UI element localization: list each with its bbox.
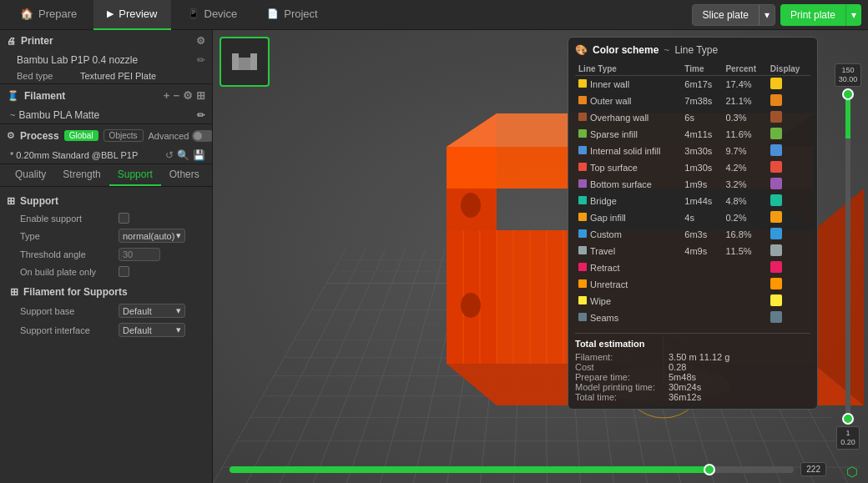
enable-support-checkbox[interactable] <box>119 213 129 224</box>
slider-thumb-top[interactable] <box>842 88 854 100</box>
tab-support[interactable]: Support <box>109 164 161 186</box>
color-cell-percent: 4.2% <box>722 159 766 176</box>
printer-settings-icon[interactable]: ⚙ <box>196 35 205 47</box>
profile-reset-icon[interactable]: ↺ <box>165 149 174 161</box>
progress-label: 222 <box>800 462 826 476</box>
display-square[interactable] <box>770 311 782 323</box>
badge-objects[interactable]: Objects <box>103 129 144 142</box>
display-square[interactable] <box>770 261 782 273</box>
filament-title: Filament <box>24 90 65 102</box>
tab-others[interactable]: Others <box>161 164 208 186</box>
color-cell-label: Bridge <box>575 193 681 209</box>
progress-track[interactable] <box>230 466 794 473</box>
tab-project[interactable]: 📄 Project <box>254 0 331 30</box>
topbar: 🏠 Prepare ▶ Preview 📱 Device 📄 Project S… <box>0 0 868 30</box>
slider-fill <box>845 88 850 425</box>
viewport[interactable]: 🎨 Color scheme ~ Line Type Line Type Tim… <box>213 30 868 483</box>
color-row-7: Bridge 1m44s 4.8% <box>575 193 810 209</box>
printer-section: 🖨 Printer ⚙ Bambu Lab P1P 0.4 nozzle ✏ B… <box>0 30 212 84</box>
color-cell-percent: 16.8% <box>722 226 766 243</box>
slice-button-arrow[interactable]: ▾ <box>760 5 775 25</box>
filament-grid-icon[interactable]: ⊞ <box>196 89 205 102</box>
filament-remove-icon[interactable]: − <box>173 89 179 102</box>
badge-global[interactable]: Global <box>64 130 98 141</box>
color-row-13: Wipe <box>575 293 810 309</box>
type-select[interactable]: normal(auto) ▾ <box>119 229 185 243</box>
thumbnail[interactable] <box>220 37 270 87</box>
col-display: Display <box>767 63 810 76</box>
color-cell-time <box>681 276 722 293</box>
color-panel-title: Color scheme <box>593 44 659 56</box>
display-square[interactable] <box>770 228 782 239</box>
print-button-arrow[interactable]: ▾ <box>846 4 861 26</box>
bottom-right-icon[interactable]: ⬡ <box>846 464 858 480</box>
tab-prepare[interactable]: 🏠 Prepare <box>7 0 90 30</box>
display-square[interactable] <box>770 144 782 156</box>
slider-track[interactable] <box>845 88 850 425</box>
color-row-11: Retract <box>575 259 810 276</box>
threshold-value: 30 <box>123 249 133 259</box>
total-value: 30m24s <box>669 382 701 392</box>
slice-button[interactable]: Slice plate ▾ <box>692 4 775 26</box>
threshold-input[interactable]: 30 <box>119 248 160 261</box>
advanced-switch[interactable] <box>192 130 213 142</box>
filament-settings-icon[interactable]: ⚙ <box>183 89 193 102</box>
color-cell-time: 6m3s <box>681 226 722 243</box>
display-square[interactable] <box>770 294 782 306</box>
bed-type-label: Bed type <box>17 71 75 81</box>
total-row-1: Cost0.28 <box>575 362 810 372</box>
process-icon: ⚙ <box>7 130 15 141</box>
display-square[interactable] <box>770 78 782 89</box>
display-square[interactable] <box>770 128 782 139</box>
display-square[interactable] <box>770 94 782 106</box>
filament-supports-icon: ⊞ <box>10 286 18 298</box>
slice-button-main[interactable]: Slice plate <box>693 5 760 25</box>
display-square[interactable] <box>770 278 782 289</box>
tab-preview[interactable]: ▶ Preview <box>93 0 170 30</box>
tab-quality[interactable]: Quality <box>7 164 54 186</box>
col-percent: Percent <box>722 63 766 76</box>
tab-strength[interactable]: Strength <box>54 164 108 186</box>
color-row-14: Seams <box>575 309 810 326</box>
display-square[interactable] <box>770 161 782 173</box>
filament-edit-icon[interactable]: ✏ <box>197 109 205 121</box>
print-button-main[interactable]: Print plate <box>780 4 846 26</box>
support-interface-label: Support interface <box>20 325 112 335</box>
color-row-1: Outer wall 7m38s 21.1% <box>575 93 810 109</box>
build-plate-checkbox[interactable] <box>119 266 129 277</box>
profile-save-icon[interactable]: 💾 <box>193 149 205 161</box>
sub-tabs: Quality Strength Support Others <box>0 164 212 187</box>
display-square[interactable] <box>770 244 782 256</box>
display-square[interactable] <box>770 111 782 123</box>
color-cell-percent: 0.3% <box>722 109 766 126</box>
printer-edit-icon[interactable]: ✏ <box>197 54 205 66</box>
svg-rect-39 <box>250 53 257 70</box>
progress-thumb[interactable] <box>704 464 715 475</box>
preview-icon: ▶ <box>107 8 114 19</box>
color-cell-percent <box>722 309 766 326</box>
display-square[interactable] <box>770 194 782 206</box>
color-cell-display <box>767 209 810 226</box>
support-base-select[interactable]: Default ▾ <box>119 304 185 318</box>
support-base-chevron: ▾ <box>176 305 181 316</box>
support-title-label: Support <box>20 195 58 207</box>
support-interface-row: Support interface Default ▾ <box>7 320 205 340</box>
display-square[interactable] <box>770 178 782 189</box>
filament-add-icon[interactable]: + <box>164 89 170 102</box>
total-title: Total estimation <box>575 339 810 349</box>
color-cell-label: Inner wall <box>575 76 681 93</box>
color-dot <box>578 246 587 254</box>
total-label: Filament: <box>575 352 659 362</box>
color-cell-display <box>767 126 810 143</box>
color-dot <box>578 229 587 238</box>
profile-search-icon[interactable]: 🔍 <box>177 149 189 161</box>
type-value: normal(auto) <box>123 231 174 241</box>
slider-thumb-bottom[interactable] <box>842 413 854 425</box>
display-square[interactable] <box>770 211 782 223</box>
threshold-label: Threshold angle <box>20 249 112 259</box>
device-icon: 📱 <box>188 8 199 19</box>
tab-device[interactable]: 📱 Device <box>174 0 251 30</box>
print-button[interactable]: Print plate ▾ <box>780 4 861 26</box>
right-slider[interactable]: 15030.00 10.20 <box>835 63 861 450</box>
support-interface-select[interactable]: Default ▾ <box>119 323 185 337</box>
